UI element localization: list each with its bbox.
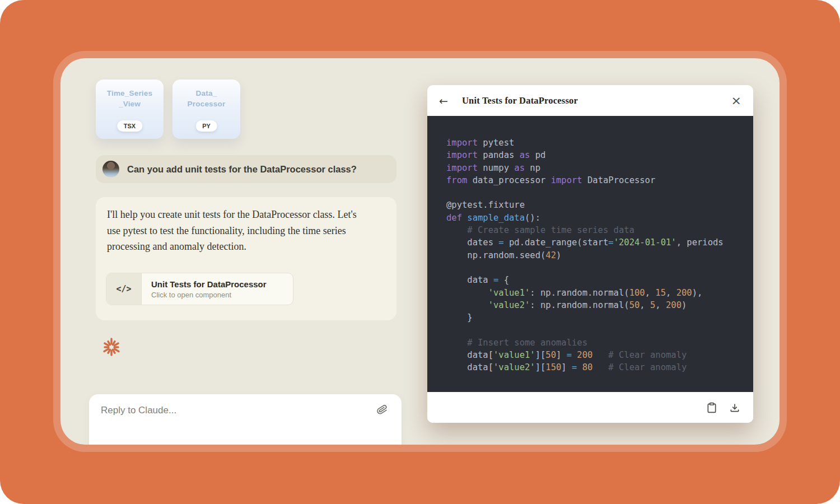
code-line: import pytest bbox=[446, 137, 753, 149]
app-panel: Time_Series_ViewTSXData_ProcessorPY Can … bbox=[60, 58, 780, 445]
back-arrow-icon: ← bbox=[439, 95, 448, 107]
code-line: @pytest.fixture bbox=[446, 199, 753, 211]
artifact-panel-header: ← Unit Tests for DataProcessor × bbox=[427, 85, 753, 116]
code-icon: </> bbox=[106, 273, 142, 305]
code-line: } bbox=[446, 311, 753, 324]
user-avatar bbox=[102, 161, 119, 178]
user-message-text: Can you add unit tests for the DataProce… bbox=[127, 164, 357, 175]
download-button[interactable] bbox=[729, 402, 740, 413]
code-line: data['value2'][150] = 80 # Clear anomaly bbox=[446, 361, 753, 374]
code-line: import numpy as np bbox=[446, 162, 753, 174]
assistant-message-text: I'll help you create unit tests for the … bbox=[107, 207, 360, 255]
attachment-cards: Time_Series_ViewTSXData_ProcessorPY bbox=[96, 80, 240, 139]
file-name: Time_Series_View bbox=[96, 88, 164, 109]
file-type-badge: TSX bbox=[117, 120, 142, 132]
copy-button[interactable] bbox=[706, 402, 717, 413]
code-line: data['value1'][50] = 200 # Clear anomaly bbox=[446, 349, 753, 361]
code-line bbox=[446, 186, 753, 199]
file-card-1[interactable]: Time_Series_ViewTSX bbox=[96, 80, 164, 139]
code-line: # Insert some anomalies bbox=[446, 337, 753, 349]
code-editor[interactable]: import pytestimport pandas as pdimport n… bbox=[427, 116, 753, 392]
user-message: Can you add unit tests for the DataProce… bbox=[96, 155, 396, 183]
artifact-card[interactable]: </> Unit Tests for DataProcessor Click t… bbox=[106, 273, 293, 305]
code-line: dates = pd.date_range(start='2024-01-01'… bbox=[446, 236, 753, 249]
close-icon: × bbox=[731, 94, 741, 108]
artifact-panel-title: Unit Tests for DataProcessor bbox=[462, 95, 578, 106]
code-line: def sample_data(): bbox=[446, 212, 753, 224]
file-name: Data_Processor bbox=[172, 88, 240, 109]
code-line: from data_processor import DataProcessor bbox=[446, 174, 753, 186]
file-card-2[interactable]: Data_ProcessorPY bbox=[172, 80, 240, 139]
code-line: data = { bbox=[446, 274, 753, 286]
artifact-card-subtitle: Click to open component bbox=[151, 291, 267, 299]
artifact-card-title: Unit Tests for DataProcessor bbox=[151, 279, 267, 289]
artifact-panel-footer bbox=[427, 392, 753, 423]
reply-placeholder: Reply to Claude... bbox=[101, 405, 176, 416]
claude-logo-icon bbox=[101, 337, 122, 357]
reply-input[interactable]: Reply to Claude... bbox=[89, 394, 402, 445]
code-line: # Create sample time series data bbox=[446, 224, 753, 236]
code-line bbox=[446, 324, 753, 336]
code-line: import pandas as pd bbox=[446, 149, 753, 161]
code-line: 'value1': np.random.normal(100, 15, 200)… bbox=[446, 287, 753, 299]
download-icon bbox=[729, 402, 740, 413]
code-line bbox=[446, 262, 753, 274]
artifact-panel: ← Unit Tests for DataProcessor × import … bbox=[427, 85, 753, 423]
back-button[interactable]: ← bbox=[439, 95, 448, 107]
file-type-badge: PY bbox=[195, 120, 217, 132]
clipboard-icon bbox=[706, 402, 717, 413]
code-line: np.random.seed(42) bbox=[446, 249, 753, 262]
assistant-message: I'll help you create unit tests for the … bbox=[96, 197, 396, 320]
code-line: 'value2': np.random.normal(50, 5, 200) bbox=[446, 299, 753, 311]
artifact-card-meta: Unit Tests for DataProcessor Click to op… bbox=[142, 273, 267, 305]
close-button[interactable]: × bbox=[731, 95, 741, 107]
paperclip-icon[interactable] bbox=[376, 403, 389, 416]
window-frame: Time_Series_ViewTSXData_ProcessorPY Can … bbox=[0, 0, 840, 504]
